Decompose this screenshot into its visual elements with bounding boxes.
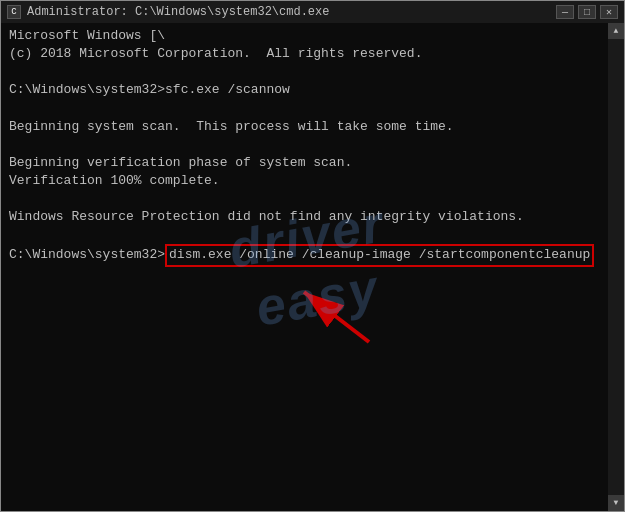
title-bar-controls: — □ ✕ [556,5,618,19]
line-1: Microsoft Windows [\ [9,27,598,45]
blank-4 [9,190,598,208]
line-7: Windows Resource Protection did not find… [9,208,598,226]
terminal-body[interactable]: ▲ ▼ Microsoft Windows [\ (c) 2018 Micros… [1,23,624,511]
red-arrow-icon [279,272,399,352]
line-4: Beginning system scan. This process will… [9,118,598,136]
svg-line-1 [304,292,369,342]
scroll-down-button[interactable]: ▼ [608,495,624,511]
scroll-track [608,39,624,495]
minimize-button[interactable]: — [556,5,574,19]
title-bar-left: C Administrator: C:\Windows\system32\cmd… [7,5,329,19]
scrollbar[interactable]: ▲ ▼ [608,23,624,511]
line-6: Verification 100% complete. [9,172,598,190]
scroll-up-button[interactable]: ▲ [608,23,624,39]
blank-3 [9,136,598,154]
blank-2 [9,100,598,118]
maximize-button[interactable]: □ [578,5,596,19]
cmd-window: C Administrator: C:\Windows\system32\cmd… [0,0,625,512]
terminal-content: Microsoft Windows [\ (c) 2018 Microsoft … [9,27,616,357]
blank-5 [9,226,598,244]
command-prompt: C:\Windows\system32> [9,246,165,264]
arrow-area [9,267,598,357]
highlighted-command-line: C:\Windows\system32>dism.exe /online /cl… [9,244,598,266]
close-button[interactable]: ✕ [600,5,618,19]
blank-1 [9,63,598,81]
app-icon: C [7,5,21,19]
line-2: (c) 2018 Microsoft Corporation. All righ… [9,45,598,63]
line-3: C:\Windows\system32>sfc.exe /scannow [9,81,598,99]
line-5: Beginning verification phase of system s… [9,154,598,172]
command-highlight-box: dism.exe /online /cleanup-image /startco… [165,244,594,266]
window-title: Administrator: C:\Windows\system32\cmd.e… [27,5,329,19]
title-bar: C Administrator: C:\Windows\system32\cmd… [1,1,624,23]
